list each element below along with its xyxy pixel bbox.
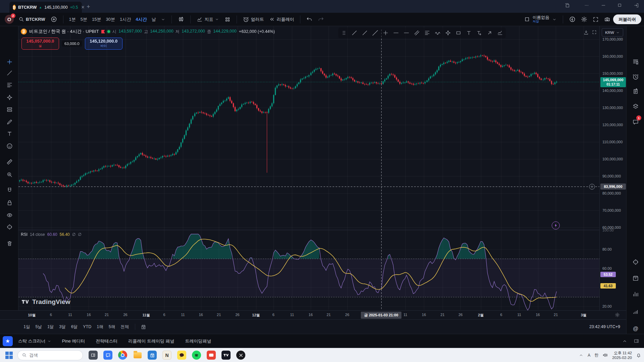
brush-tool-icon[interactable] <box>5 117 14 126</box>
time-axis-gear-icon[interactable] <box>615 312 620 317</box>
expand-icon[interactable] <box>592 30 597 35</box>
currency-selector[interactable]: KRW <box>602 28 623 37</box>
remove-tool-icon[interactable] <box>5 239 14 248</box>
magnet-tool-icon[interactable] <box>5 186 14 195</box>
chart-tab[interactable]: ₿ BTCKRW ▲ 145,100,000 +0.5 ✕ <box>9 2 82 13</box>
price-axis[interactable]: KRW 145,069,000 01:17:11 83,996,000 53.5… <box>599 26 626 310</box>
download-icon[interactable] <box>583 30 589 35</box>
tradingview-app-icon[interactable] <box>221 351 231 360</box>
target-tool-icon[interactable] <box>5 222 14 231</box>
taskbar-search[interactable]: 검색 <box>17 350 83 360</box>
settings-gear-icon[interactable] <box>578 15 590 24</box>
start-button[interactable] <box>5 352 13 359</box>
buy-button[interactable]: 145,120,000.0 바이 <box>85 38 122 50</box>
layout-chevron-icon[interactable] <box>549 15 559 24</box>
notes-pale-app-icon[interactable]: N <box>162 351 171 360</box>
bottom-panel-1[interactable]: 스탁 스크리너 <box>13 338 57 344</box>
chart-canvas[interactable] <box>18 26 599 310</box>
user-avatar[interactable]: O 2 <box>5 15 14 24</box>
fib-retracement-icon[interactable] <box>424 30 430 36</box>
tab-overview-icon[interactable] <box>564 3 570 8</box>
volume-icon[interactable] <box>602 352 608 358</box>
pattern-tool-icon[interactable] <box>5 93 14 102</box>
screener-target-icon[interactable] <box>631 257 640 267</box>
bottom-panel-3[interactable]: 전략테스터 <box>90 338 123 344</box>
messenger-app-icon[interactable] <box>103 351 112 360</box>
eye-tool-icon[interactable] <box>5 210 14 220</box>
symbol-search-button[interactable]: BTCKRW <box>16 15 48 24</box>
notes-icon[interactable] <box>631 87 640 96</box>
panel-restore-icon[interactable] <box>634 338 639 344</box>
extended-line-icon[interactable] <box>372 30 378 36</box>
fib-retracement-tool-icon[interactable] <box>5 80 14 90</box>
portfolio-box-icon[interactable] <box>631 273 640 283</box>
info-line-icon[interactable] <box>362 30 368 36</box>
zoom-tool-icon[interactable] <box>5 170 14 179</box>
horizontal-ray-icon[interactable] <box>403 30 409 36</box>
time-axis[interactable]: 금 2025-01-03 21:00 10월61116212611월611162… <box>0 310 626 319</box>
range-1해[interactable]: 1해 <box>94 323 106 331</box>
quick-actions-icon[interactable] <box>566 15 578 24</box>
data-window-icon[interactable] <box>631 289 640 299</box>
lock-tool-icon[interactable] <box>5 198 14 207</box>
timeframe-5분[interactable]: 5분 <box>78 16 90 22</box>
new-tab-button[interactable]: + <box>87 3 90 10</box>
favorites-star-button[interactable]: ★ <box>3 336 13 346</box>
bottom-panel-5[interactable]: 트레이딩패널 <box>180 338 217 344</box>
trend-line-icon[interactable] <box>351 30 357 36</box>
layout-save-group[interactable]: 이름없음 저장 <box>533 15 549 23</box>
bottom-panel-4[interactable]: 리플레이 트레이딩 패널 <box>123 338 180 344</box>
cursor-cross-tool-icon[interactable] <box>5 57 14 66</box>
range-3달[interactable]: 3달 <box>56 323 68 331</box>
minimize-icon[interactable] <box>601 3 606 8</box>
go-to-date-icon[interactable] <box>141 324 146 330</box>
range-5해[interactable]: 5해 <box>106 323 118 331</box>
fullscreen-icon[interactable] <box>590 15 601 24</box>
chart-style-button[interactable] <box>175 15 187 24</box>
range-1달[interactable]: 1달 <box>45 323 56 331</box>
x-app-icon[interactable] <box>236 351 245 360</box>
pitchfork-icon[interactable] <box>435 30 441 36</box>
object-tree-icon[interactable] <box>631 102 640 111</box>
ime-latin-label[interactable]: A <box>588 353 590 358</box>
rectangle-icon[interactable] <box>455 30 461 36</box>
cross-line-icon[interactable] <box>383 30 389 36</box>
timeframe-30분[interactable]: 30분 <box>103 16 117 22</box>
mention-icon[interactable]: @ <box>631 324 640 333</box>
calendar-app-icon[interactable] <box>148 351 157 360</box>
exit-icon[interactable] <box>634 3 639 8</box>
range-1일[interactable]: 1일 <box>21 323 33 331</box>
taskbar-clock[interactable]: 오후 11:42 2025-02-20 <box>612 351 632 360</box>
xabcd-pattern-icon[interactable] <box>445 30 451 36</box>
spotify-app-icon[interactable] <box>192 351 201 360</box>
chrome-app-icon[interactable] <box>118 351 127 360</box>
indicators-button[interactable]: 지표 <box>194 15 222 24</box>
kakaotalk-app-icon[interactable] <box>177 351 186 360</box>
replay-button[interactable]: 리플레이 <box>266 15 297 24</box>
parallel-channel-icon[interactable] <box>414 30 420 36</box>
zigzag-icon[interactable] <box>497 30 503 36</box>
undo-button[interactable] <box>304 15 315 24</box>
bottom-panel-2[interactable]: Pine 에디터 <box>57 338 91 344</box>
clock-utc[interactable]: 23:42:49 UTC+9 <box>589 324 620 329</box>
sell-button[interactable]: 145,057,000.0 셀 <box>21 38 59 50</box>
watchlist-icon[interactable] <box>631 57 640 66</box>
lightning-bubble-icon[interactable] <box>552 221 560 229</box>
alerts-icon[interactable] <box>631 72 640 82</box>
window-menu-icon[interactable] <box>584 3 589 8</box>
timeframe-15분[interactable]: 15분 <box>90 16 103 22</box>
range-전체[interactable]: 전체 <box>118 323 132 331</box>
task-view-app-icon[interactable] <box>89 351 98 360</box>
flag-icon[interactable] <box>101 30 105 34</box>
notification-bell-icon[interactable] <box>636 353 641 358</box>
emoji-tool-icon[interactable] <box>5 141 14 151</box>
alert-button[interactable]: 얼러트 <box>240 15 266 24</box>
timeframe-4시간[interactable]: 4시간 <box>133 16 149 22</box>
anchored-text-icon[interactable] <box>476 30 482 36</box>
timeframe-1분[interactable]: 1분 <box>67 16 78 22</box>
red-app-icon[interactable] <box>207 351 216 360</box>
position-tool-icon[interactable] <box>5 105 14 114</box>
layout-grid-button[interactable] <box>222 15 233 24</box>
layout-checkbox-icon[interactable] <box>522 15 533 24</box>
panel-collapse-icon[interactable] <box>622 338 628 344</box>
